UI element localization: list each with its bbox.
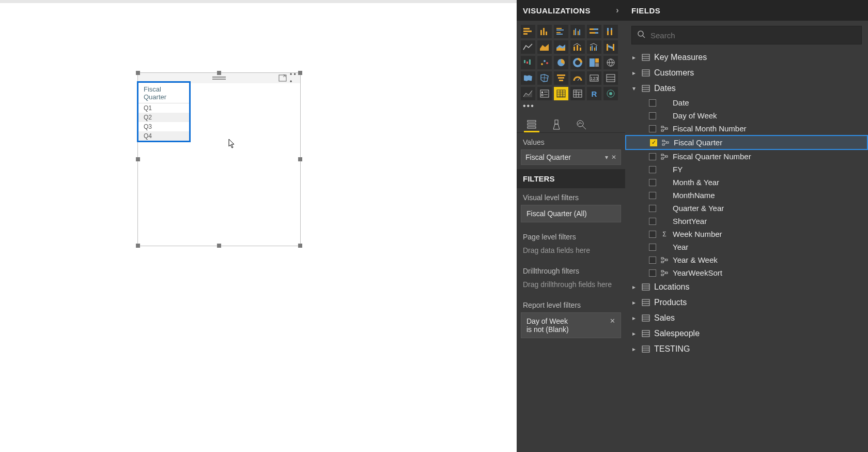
clustered-column-chart-icon[interactable] <box>570 25 585 38</box>
table-customers[interactable]: ▸Customers <box>625 65 868 81</box>
visual-filter-card[interactable]: Fiscal Quarter (All) <box>521 205 621 222</box>
more-options-icon[interactable]: • • • <box>290 74 298 82</box>
card-icon[interactable]: 123 <box>587 71 601 85</box>
table-icon[interactable] <box>554 87 568 100</box>
field-fy[interactable]: FY <box>625 163 868 176</box>
svg-rect-98 <box>667 142 669 143</box>
shape-map-icon[interactable] <box>537 71 552 85</box>
field-monthname[interactable]: MonthName <box>625 189 868 202</box>
ribbon-chart-icon[interactable] <box>603 40 618 54</box>
field-shortyear[interactable]: ShortYear <box>625 215 868 228</box>
resize-handle[interactable] <box>136 157 140 161</box>
resize-handle[interactable] <box>298 71 302 75</box>
field-checkbox[interactable] <box>649 192 656 199</box>
table-row[interactable]: Q1 <box>138 103 189 113</box>
kpi-icon[interactable] <box>521 87 535 100</box>
search-input[interactable] <box>650 31 856 40</box>
fields-search[interactable] <box>631 26 862 44</box>
field-dropdown-icon[interactable]: ▾ <box>605 154 608 161</box>
values-well[interactable]: Fiscal Quarter ▾ ✕ <box>521 149 621 165</box>
field-checkbox[interactable] <box>649 99 656 107</box>
field-fiscal-quarter-number[interactable]: Fiscal Quarter Number <box>625 150 868 163</box>
field-fiscal-month-number[interactable]: Fiscal Month Number <box>625 122 868 135</box>
import-custom-visual-icon[interactable]: ••• <box>517 101 625 114</box>
area-chart-icon[interactable] <box>537 40 552 54</box>
field-checkbox[interactable] <box>649 166 656 173</box>
matrix-icon[interactable] <box>570 87 585 100</box>
format-tab[interactable] <box>549 117 564 132</box>
field-year[interactable]: Year <box>625 240 868 253</box>
field-month-year[interactable]: Month & Year <box>625 176 868 189</box>
analytics-tab[interactable] <box>574 117 589 132</box>
table-dates[interactable]: ▾Dates <box>625 81 868 96</box>
field-checkbox[interactable] <box>649 153 656 160</box>
table-row[interactable]: Q2 <box>138 113 189 122</box>
table-products[interactable]: ▸Products <box>625 295 868 310</box>
filled-map-icon[interactable] <box>521 71 535 85</box>
hundred-stacked-column-icon[interactable] <box>603 25 618 38</box>
funnel-chart-icon[interactable] <box>554 71 568 85</box>
field-checkbox[interactable] <box>649 112 656 119</box>
clustered-bar-chart-icon[interactable] <box>554 25 568 38</box>
visual-drag-handle[interactable] <box>212 76 226 80</box>
stacked-area-chart-icon[interactable] <box>554 40 568 54</box>
hundred-stacked-bar-icon[interactable] <box>587 25 601 38</box>
table-row[interactable]: Q4 <box>138 131 189 141</box>
field-checkbox[interactable] <box>649 218 656 225</box>
table-locations[interactable]: ▸Locations <box>625 279 868 295</box>
table-sales[interactable]: ▸Sales <box>625 310 868 326</box>
field-fiscal-quarter[interactable]: Fiscal Quarter <box>625 135 868 150</box>
report-canvas[interactable]: • • • Fiscal Quarter Q1 Q2 Q3 Q4 <box>0 0 517 452</box>
remove-filter-icon[interactable]: ✕ <box>610 317 615 325</box>
resize-handle[interactable] <box>136 244 140 248</box>
page-filters-drop[interactable]: Drag data fields here <box>521 244 621 257</box>
field-year-week[interactable]: Year & Week <box>625 253 868 266</box>
resize-handle[interactable] <box>217 244 221 248</box>
treemap-icon[interactable] <box>587 56 601 69</box>
resize-handle[interactable] <box>217 71 221 75</box>
stacked-column-chart-icon[interactable] <box>537 25 552 38</box>
field-checkbox[interactable] <box>649 231 656 238</box>
remove-field-icon[interactable]: ✕ <box>611 154 616 161</box>
field-date[interactable]: Date <box>625 96 868 109</box>
stacked-bar-chart-icon[interactable] <box>521 25 535 38</box>
table-testing[interactable]: ▸TESTING <box>625 341 868 357</box>
field-day-of-week[interactable]: Day of Week <box>625 109 868 122</box>
line-clustered-column-icon[interactable] <box>587 40 601 54</box>
waterfall-chart-icon[interactable] <box>521 56 535 69</box>
donut-chart-icon[interactable] <box>570 56 585 69</box>
r-visual-icon[interactable]: R <box>587 87 601 100</box>
field-yearweeksort[interactable]: YearWeekSort <box>625 266 868 279</box>
table-visual[interactable]: • • • Fiscal Quarter Q1 Q2 Q3 Q4 <box>137 72 301 246</box>
table-key-measures[interactable]: ▸Key Measures <box>625 50 868 65</box>
arcgis-map-icon[interactable] <box>603 87 618 100</box>
field-checkbox[interactable] <box>649 257 656 264</box>
resize-handle[interactable] <box>136 71 140 75</box>
field-checkbox[interactable] <box>649 244 656 251</box>
resize-handle[interactable] <box>298 244 302 248</box>
fields-tab[interactable] <box>524 117 539 132</box>
slicer-icon[interactable] <box>537 87 552 100</box>
field-checkbox[interactable] <box>649 269 656 277</box>
field-quarter-year[interactable]: Quarter & Year <box>625 202 868 215</box>
field-week-number[interactable]: ΣWeek Number <box>625 228 868 240</box>
field-checkbox[interactable] <box>649 125 656 132</box>
line-stacked-column-icon[interactable] <box>570 40 585 54</box>
resize-handle[interactable] <box>298 157 302 161</box>
line-chart-icon[interactable] <box>521 40 535 54</box>
field-checkbox[interactable] <box>650 139 657 146</box>
table-column-header[interactable]: Fiscal Quarter <box>138 83 189 103</box>
multi-row-card-icon[interactable] <box>603 71 618 85</box>
table-row[interactable]: Q3 <box>138 122 189 131</box>
field-checkbox[interactable] <box>649 205 656 212</box>
drillthrough-drop[interactable]: Drag drillthrough fields here <box>521 278 621 291</box>
collapse-panel-icon[interactable]: › <box>616 6 619 15</box>
focus-mode-icon[interactable] <box>278 74 287 82</box>
gauge-icon[interactable] <box>570 71 585 85</box>
report-filter-card[interactable]: Day of Week is not (Blank) ✕ <box>521 312 621 338</box>
scatter-chart-icon[interactable] <box>537 56 552 69</box>
map-icon[interactable] <box>603 56 618 69</box>
field-checkbox[interactable] <box>649 179 656 186</box>
pie-chart-icon[interactable] <box>554 56 568 69</box>
table-salespeople[interactable]: ▸Salespeople <box>625 326 868 341</box>
